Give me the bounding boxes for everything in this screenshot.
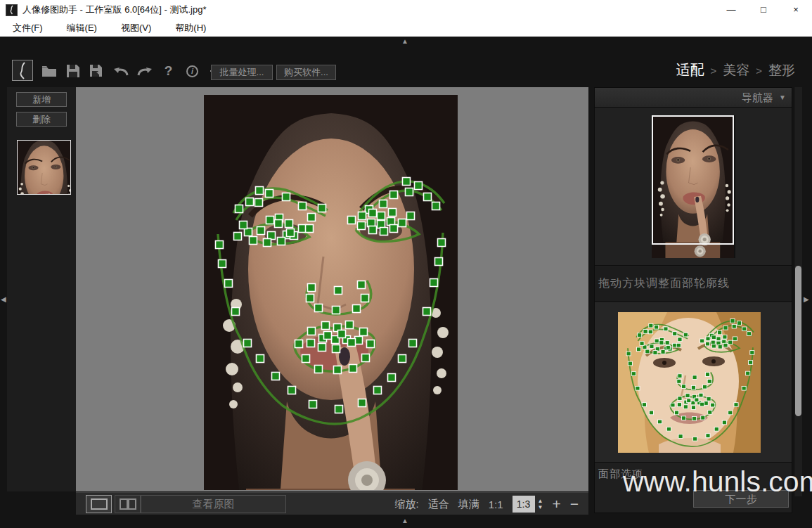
face-thumbnail[interactable] [17, 140, 71, 195]
zoom-out-button[interactable]: − [570, 497, 579, 511]
zoom-value-field[interactable]: 1:3 [513, 496, 535, 513]
right-scrollbar-track[interactable] [794, 87, 802, 496]
zoom-fill-button[interactable]: 填满 [458, 498, 479, 511]
menu-help[interactable]: 帮助(H) [175, 22, 206, 34]
collapse-bottom-arrow[interactable]: ▲ [401, 517, 408, 524]
navigator-header[interactable]: 导航器 ▼ [595, 88, 792, 108]
image-canvas[interactable] [76, 87, 588, 491]
navigator-box [595, 108, 792, 266]
spinner-up-icon: ▲ [538, 498, 543, 504]
step-beauty[interactable]: 美容 [723, 61, 749, 79]
split-vertical-button[interactable] [115, 495, 141, 513]
add-face-button[interactable]: 新增 [16, 92, 67, 107]
right-scrollbar-thumb[interactable] [795, 266, 801, 416]
undo-icon[interactable] [112, 63, 129, 79]
collapse-left-arrow[interactable]: ◀ [1, 296, 6, 303]
minimize-button[interactable]: — [715, 0, 747, 20]
zoom-controls: 缩放: 适合 填满 1:1 1:3 ▲ ▼ + − [395, 493, 579, 515]
delete-face-button[interactable]: 删除 [16, 112, 67, 127]
buy-software-button[interactable]: 购买软件... [276, 65, 336, 80]
redo-icon[interactable] [136, 63, 153, 79]
watermark-text: www.hunls.com [623, 465, 812, 498]
close-button[interactable]: × [780, 0, 812, 20]
toolbar: ? i [41, 62, 224, 80]
navigator-title: 导航器 [742, 88, 773, 108]
open-folder-icon[interactable] [41, 63, 57, 79]
title-bar: 人像修图助手 - 工作室版 6.0[64位] - 测试.jpg* — □ × [0, 0, 812, 20]
zoom-in-button[interactable]: + [552, 497, 560, 511]
app-body: ▲ ▲ ◀ ▶ ? i [0, 37, 812, 528]
zoom-actual-button[interactable]: 1:1 [489, 498, 503, 510]
menu-bar: 文件(F) 编辑(E) 视图(V) 帮助(H) [0, 20, 812, 37]
example-face-image [618, 312, 761, 453]
app-window: 人像修图助手 - 工作室版 6.0[64位] - 测试.jpg* — □ × 文… [0, 0, 812, 528]
view-original-button[interactable]: 查看原图 [141, 495, 286, 513]
zoom-fit-button[interactable]: 适合 [428, 498, 449, 511]
collapse-right-arrow[interactable]: ▶ [804, 296, 809, 303]
window-title: 人像修图助手 - 工作室版 6.0[64位] - 测试.jpg* [22, 0, 207, 20]
menu-edit[interactable]: 编辑(E) [67, 22, 97, 34]
instruction-row: 拖动方块调整面部轮廓线 [595, 266, 792, 302]
batch-process-button[interactable]: 批量处理... [211, 65, 273, 80]
instruction-text: 拖动方块调整面部轮廓线 [598, 276, 730, 291]
step-separator: > [756, 65, 762, 77]
maximize-button[interactable]: □ [747, 0, 780, 20]
left-sidebar: 新增 删除 [7, 87, 76, 491]
step-separator: > [710, 65, 716, 77]
step-breadcrumb: 适配 > 美容 > 整形 [676, 60, 795, 79]
save-as-icon[interactable] [89, 63, 105, 79]
example-box [595, 302, 792, 463]
chevron-down-icon: ▼ [779, 88, 786, 108]
collapse-top-arrow[interactable]: ▲ [401, 38, 408, 45]
app-logo-icon [6, 4, 18, 16]
zoom-label: 缩放: [395, 498, 419, 511]
bottom-toolbar: 查看原图 缩放: 适合 填满 1:1 1:3 ▲ ▼ + − [76, 492, 588, 515]
right-panel: 导航器 ▼ 拖动方块调整面部轮廓线 [594, 87, 792, 513]
info-icon[interactable]: i [184, 63, 200, 79]
menu-view[interactable]: 视图(V) [121, 22, 151, 34]
single-view-button[interactable] [86, 495, 112, 513]
step-fit[interactable]: 适配 [676, 60, 704, 79]
save-icon[interactable] [65, 63, 81, 79]
spinner-down-icon: ▼ [538, 505, 543, 510]
portrait-photo-with-landmarks[interactable] [204, 95, 458, 490]
help-icon[interactable]: ? [160, 63, 176, 79]
step-reshape[interactable]: 整形 [768, 61, 795, 79]
menu-file[interactable]: 文件(F) [13, 22, 43, 34]
navigator-thumbnail[interactable] [652, 115, 735, 258]
tool-logo-button[interactable] [12, 60, 33, 81]
zoom-spinner[interactable]: ▲ ▼ [538, 498, 543, 510]
